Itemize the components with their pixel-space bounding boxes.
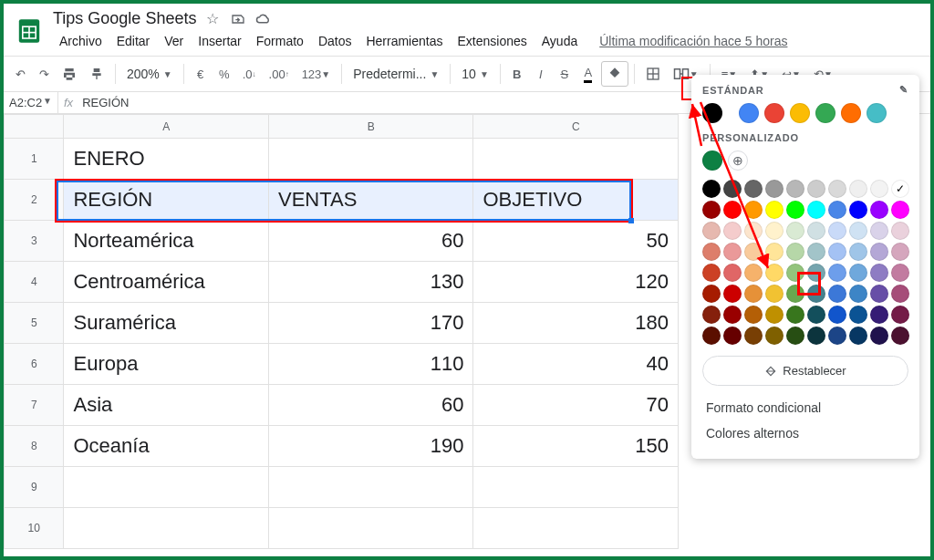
menu-insertar[interactable]: Insertar — [192, 30, 247, 52]
color-swatch[interactable] — [870, 201, 888, 219]
color-swatch[interactable] — [786, 201, 804, 219]
cell-B8[interactable]: 190 — [268, 426, 473, 467]
cell-B4[interactable]: 130 — [268, 262, 473, 303]
color-swatch[interactable] — [744, 243, 763, 261]
color-swatch[interactable] — [786, 243, 804, 261]
color-swatch[interactable] — [764, 103, 784, 123]
cell-B1[interactable] — [268, 139, 473, 180]
color-swatch[interactable] — [849, 327, 867, 345]
borders-button[interactable] — [640, 61, 666, 87]
edit-palette-icon[interactable]: ✎ — [899, 84, 908, 96]
color-swatch[interactable] — [765, 264, 784, 282]
color-swatch[interactable] — [786, 264, 804, 282]
menu-datos[interactable]: Datos — [312, 30, 358, 52]
color-swatch[interactable] — [807, 264, 825, 282]
color-swatch[interactable] — [702, 243, 721, 261]
menu-editar[interactable]: Editar — [110, 30, 157, 52]
cell-B2[interactable]: VENTAS — [268, 180, 473, 221]
color-swatch[interactable] — [828, 201, 846, 219]
color-swatch[interactable] — [828, 180, 846, 198]
doc-title[interactable]: Tips Google Sheets — [53, 9, 196, 28]
color-swatch[interactable] — [723, 243, 742, 261]
color-swatch[interactable] — [828, 264, 846, 282]
color-swatch[interactable] — [849, 243, 867, 261]
color-swatch[interactable] — [744, 306, 763, 324]
cell-C9[interactable] — [473, 467, 679, 508]
cloud-status-icon[interactable] — [254, 10, 273, 28]
color-swatch[interactable] — [870, 243, 888, 261]
star-icon[interactable]: ☆ — [203, 10, 222, 28]
column-header-B[interactable]: B — [268, 115, 473, 139]
color-swatch[interactable] — [786, 180, 804, 198]
color-swatch[interactable] — [744, 201, 763, 219]
color-swatch[interactable] — [815, 103, 835, 123]
color-swatch[interactable] — [723, 222, 742, 240]
color-swatch[interactable] — [765, 306, 784, 324]
font-size-select[interactable]: 10 ▼ — [456, 67, 493, 81]
add-custom-color-button[interactable]: ⊕ — [728, 150, 748, 171]
cell-C6[interactable]: 40 — [473, 344, 679, 385]
color-swatch[interactable] — [702, 201, 721, 219]
color-swatch[interactable] — [849, 306, 867, 324]
color-swatch[interactable] — [807, 201, 825, 219]
font-select[interactable]: Predetermi... ▼ — [348, 67, 444, 81]
color-swatch[interactable] — [891, 180, 909, 198]
menu-archivo[interactable]: Archivo — [53, 30, 109, 52]
menu-formato[interactable]: Formato — [250, 30, 310, 52]
color-swatch[interactable] — [702, 285, 721, 303]
color-swatch[interactable] — [841, 103, 861, 123]
decrease-decimal-button[interactable]: .0↓ — [237, 61, 262, 87]
column-header-A[interactable]: A — [64, 115, 269, 139]
row-header-2[interactable]: 2 — [5, 180, 64, 221]
color-swatch[interactable] — [786, 327, 804, 345]
color-swatch[interactable] — [765, 285, 784, 303]
color-swatch[interactable] — [891, 243, 909, 261]
cell-B6[interactable]: 110 — [268, 344, 473, 385]
color-swatch[interactable] — [870, 306, 888, 324]
redo-button[interactable]: ↷ — [33, 61, 55, 87]
alternating-colors-link[interactable]: Colores alternos — [702, 420, 908, 446]
color-swatch[interactable] — [723, 327, 742, 345]
print-button[interactable] — [57, 61, 82, 87]
color-swatch[interactable] — [723, 285, 742, 303]
text-color-button[interactable]: A — [577, 61, 599, 87]
menu-extensiones[interactable]: Extensiones — [451, 30, 533, 52]
color-swatch[interactable] — [828, 243, 846, 261]
color-swatch[interactable] — [849, 180, 867, 198]
color-swatch[interactable] — [891, 201, 909, 219]
color-swatch[interactable] — [807, 327, 825, 345]
undo-button[interactable]: ↶ — [9, 61, 31, 87]
color-swatch[interactable] — [807, 180, 825, 198]
column-header-C[interactable]: C — [473, 115, 679, 139]
color-swatch[interactable] — [786, 222, 804, 240]
increase-decimal-button[interactable]: .00↑ — [264, 61, 295, 87]
cell-C8[interactable]: 150 — [473, 426, 679, 467]
italic-button[interactable]: I — [530, 61, 552, 87]
color-swatch[interactable] — [744, 327, 763, 345]
color-swatch[interactable] — [765, 327, 784, 345]
color-swatch[interactable] — [765, 243, 784, 261]
row-header-8[interactable]: 8 — [5, 426, 64, 467]
color-swatch[interactable] — [723, 201, 742, 219]
color-swatch[interactable] — [891, 327, 909, 345]
row-header-7[interactable]: 7 — [5, 385, 64, 426]
color-swatch[interactable] — [765, 222, 784, 240]
color-swatch[interactable] — [744, 222, 763, 240]
fill-color-button[interactable] — [601, 61, 628, 87]
color-swatch[interactable] — [870, 180, 888, 198]
cell-C2[interactable]: OBJETIVO — [473, 180, 679, 221]
color-swatch[interactable] — [891, 264, 909, 282]
color-swatch[interactable] — [702, 306, 721, 324]
color-swatch[interactable] — [702, 264, 721, 282]
cell-B10[interactable] — [268, 508, 473, 549]
color-swatch[interactable] — [828, 327, 846, 345]
paint-format-button[interactable] — [84, 61, 109, 87]
color-swatch[interactable] — [723, 180, 742, 198]
move-icon[interactable] — [229, 10, 247, 28]
color-swatch[interactable] — [744, 180, 763, 198]
color-swatch[interactable] — [723, 306, 742, 324]
color-swatch[interactable] — [723, 264, 742, 282]
color-swatch[interactable] — [739, 103, 759, 123]
currency-button[interactable]: € — [190, 61, 212, 87]
name-box[interactable]: A2:C2 ▼ — [4, 92, 58, 113]
